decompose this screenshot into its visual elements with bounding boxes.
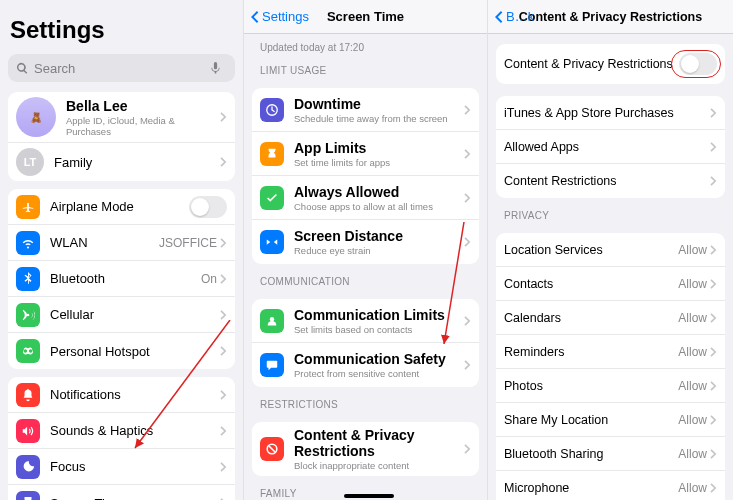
bubble-icon — [260, 353, 284, 377]
airplane-mode-row[interactable]: Airplane Mode — [8, 189, 235, 225]
chevron-right-icon — [464, 145, 471, 163]
section-header: PRIVACY — [488, 198, 733, 225]
search-placeholder: Search — [34, 61, 209, 76]
chevron-right-icon — [464, 312, 471, 330]
chevron-right-icon — [710, 445, 717, 463]
page-title: Settings — [0, 0, 243, 54]
svg-point-3 — [270, 317, 274, 321]
master-toggle[interactable] — [679, 53, 717, 75]
checkmark-icon — [260, 186, 284, 210]
settings-root-pane: Settings Search 🧸 Bella LeeApple ID, iCl… — [0, 0, 244, 500]
speaker-icon — [16, 419, 40, 443]
chevron-right-icon — [220, 458, 227, 476]
mic-icon — [209, 62, 222, 75]
moon-icon — [16, 455, 40, 479]
updated-label: Updated today at 17:20 — [244, 34, 487, 53]
family-row[interactable]: LT Family — [8, 143, 235, 181]
screentime-row[interactable]: Screen Time — [8, 485, 235, 500]
nosign-icon — [260, 437, 284, 461]
search-input[interactable]: Search — [8, 54, 235, 82]
chevron-right-icon — [710, 241, 717, 259]
downtime-row[interactable]: DowntimeSchedule time away from the scre… — [252, 88, 479, 132]
bluetooth-row[interactable]: Bluetooth On — [8, 261, 235, 297]
chevron-right-icon — [220, 386, 227, 404]
chevron-right-icon — [710, 309, 717, 327]
chevron-right-icon — [220, 306, 227, 324]
master-toggle-row[interactable]: Content & Privacy Restrictions — [496, 44, 725, 84]
section-header: COMMUNICATION — [244, 264, 487, 291]
comm-limits-row[interactable]: Communication LimitsSet limits based on … — [252, 299, 479, 343]
nav-title: Content & Privacy Restrictions — [519, 10, 702, 24]
screen-time-pane: Settings Screen Time Updated today at 17… — [244, 0, 488, 500]
chevron-right-icon — [220, 342, 227, 360]
back-button[interactable]: Settings — [250, 9, 309, 24]
bluetooth-icon — [16, 267, 40, 291]
chevron-right-icon — [464, 189, 471, 207]
chevron-right-icon — [710, 172, 717, 190]
chevron-right-icon — [220, 270, 227, 288]
chevron-right-icon — [710, 411, 717, 429]
chevron-right-icon — [220, 108, 227, 126]
content-privacy-row[interactable]: Content & Privacy RestrictionsBlock inap… — [252, 422, 479, 476]
chevron-right-icon — [710, 104, 717, 122]
cellular-icon — [16, 303, 40, 327]
reminders-row[interactable]: RemindersAllow — [496, 335, 725, 369]
allowed-apps-row[interactable]: Allowed Apps — [496, 130, 725, 164]
cellular-row[interactable]: Cellular — [8, 297, 235, 333]
bt-sharing-row[interactable]: Bluetooth SharingAllow — [496, 437, 725, 471]
airplane-icon — [16, 195, 40, 219]
calendars-row[interactable]: CalendarsAllow — [496, 301, 725, 335]
always-allowed-row[interactable]: Always AllowedChoose apps to allow at al… — [252, 176, 479, 220]
notifications-row[interactable]: Notifications — [8, 377, 235, 413]
family-avatar: LT — [16, 148, 44, 176]
home-indicator — [344, 494, 394, 498]
contacts-row[interactable]: ContactsAllow — [496, 267, 725, 301]
chevron-right-icon — [220, 234, 227, 252]
chevron-right-icon — [464, 440, 471, 458]
chevron-right-icon — [710, 138, 717, 156]
comm-safety-row[interactable]: Communication SafetyProtect from sensiti… — [252, 343, 479, 387]
section-header: RESTRICTIONS — [244, 387, 487, 414]
focus-row[interactable]: Focus — [8, 449, 235, 485]
microphone-row[interactable]: MicrophoneAllow — [496, 471, 725, 500]
apple-id-row[interactable]: 🧸 Bella LeeApple ID, iCloud, Media & Pur… — [8, 92, 235, 143]
wlan-row[interactable]: WLAN JSOFFICE — [8, 225, 235, 261]
chevron-right-icon — [220, 494, 227, 500]
airplane-toggle[interactable] — [189, 196, 227, 218]
sounds-row[interactable]: Sounds & Haptics — [8, 413, 235, 449]
chevron-right-icon — [464, 356, 471, 374]
chevron-right-icon — [710, 479, 717, 497]
chevron-right-icon — [464, 101, 471, 119]
contacts-icon — [260, 309, 284, 333]
search-icon — [16, 62, 29, 75]
chevron-right-icon — [220, 422, 227, 440]
location-row[interactable]: Location ServicesAllow — [496, 233, 725, 267]
nav-title: Screen Time — [327, 9, 404, 24]
itunes-row[interactable]: iTunes & App Store Purchases — [496, 96, 725, 130]
content-privacy-pane: B…k Content & Privacy Restrictions Conte… — [488, 0, 733, 500]
hourglass-icon — [260, 142, 284, 166]
hotspot-row[interactable]: Personal Hotspot — [8, 333, 235, 369]
chevron-right-icon — [464, 233, 471, 251]
photos-row[interactable]: PhotosAllow — [496, 369, 725, 403]
avatar: 🧸 — [16, 97, 56, 137]
content-restrictions-row[interactable]: Content Restrictions — [496, 164, 725, 198]
chevron-right-icon — [710, 275, 717, 293]
hotspot-icon — [16, 339, 40, 363]
bell-icon — [16, 383, 40, 407]
downtime-icon — [260, 98, 284, 122]
chevron-right-icon — [220, 153, 227, 171]
screen-distance-row[interactable]: Screen DistanceReduce eye strain — [252, 220, 479, 264]
section-header: LIMIT USAGE — [244, 53, 487, 80]
wifi-icon — [16, 231, 40, 255]
chevron-right-icon — [710, 377, 717, 395]
back-button[interactable]: B…k — [494, 9, 534, 24]
hourglass-icon — [16, 491, 40, 500]
app-limits-row[interactable]: App LimitsSet time limits for apps — [252, 132, 479, 176]
distance-icon — [260, 230, 284, 254]
svg-line-5 — [269, 446, 276, 453]
chevron-right-icon — [710, 343, 717, 361]
share-location-row[interactable]: Share My LocationAllow — [496, 403, 725, 437]
